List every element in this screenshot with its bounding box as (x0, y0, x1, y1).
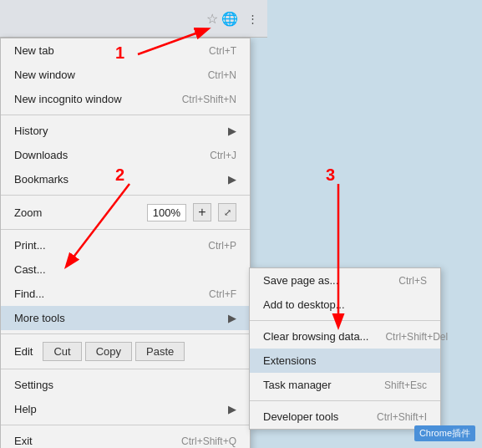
divider-6 (1, 425, 250, 425)
menu-item-bookmarks[interactable]: Bookmarks ▶ (1, 167, 250, 191)
menu-item-print[interactable]: Print... Ctrl+P (1, 233, 250, 257)
divider-2 (1, 195, 250, 196)
divider-4 (1, 333, 250, 334)
submenu-item-add-desktop[interactable]: Add to desktop... (250, 293, 440, 317)
help-arrow: ▶ (228, 403, 236, 415)
zoom-in-button[interactable]: + (193, 203, 211, 221)
divider-5 (1, 369, 250, 369)
menu-item-exit[interactable]: Exit Ctrl+Shift+Q (1, 429, 250, 448)
menu-item-find[interactable]: Find... Ctrl+F (1, 282, 250, 306)
more-tools-arrow: ▶ (228, 312, 236, 324)
browser-toolbar: ☆ 🌐 ⋮ (0, 0, 267, 38)
menu-item-cast[interactable]: Cast... (1, 257, 250, 282)
submenu-item-extensions[interactable]: Extensions (250, 349, 440, 373)
menu-item-downloads[interactable]: Downloads Ctrl+J (1, 143, 250, 167)
watermark: Chrome插件 (414, 425, 475, 441)
bookmark-icon[interactable]: ☆ (206, 11, 218, 27)
submenu-divider-2 (250, 400, 440, 401)
menu-item-incognito[interactable]: New incognito window Ctrl+Shift+N (1, 87, 250, 111)
zoom-fullscreen-button[interactable]: ⤢ (218, 203, 236, 221)
submenu-arrow-bookmarks: ▶ (228, 173, 236, 186)
submenu-item-save-page[interactable]: Save page as... Ctrl+S (250, 268, 440, 293)
edit-label: Edit (14, 345, 33, 358)
submenu-item-developer-tools[interactable]: Developer tools Ctrl+Shift+I (250, 405, 440, 429)
main-dropdown-menu: New tab Ctrl+T New window Ctrl+N New inc… (0, 38, 251, 448)
cut-button[interactable]: Cut (43, 342, 81, 361)
globe-icon: 🌐 (221, 11, 238, 27)
menu-item-more-tools[interactable]: More tools ▶ (1, 306, 250, 330)
menu-item-help[interactable]: Help ▶ (1, 397, 250, 421)
submenu-item-task-manager[interactable]: Task manager Shift+Esc (250, 373, 440, 397)
menu-button[interactable]: ⋮ (245, 11, 261, 27)
menu-item-settings[interactable]: Settings (1, 373, 250, 397)
zoom-label: Zoom (14, 206, 140, 219)
menu-item-new-tab[interactable]: New tab Ctrl+T (1, 38, 250, 63)
menu-item-history[interactable]: History ▶ (1, 119, 250, 143)
zoom-value: 100% (147, 204, 186, 221)
divider-3 (1, 229, 250, 230)
zoom-row: Zoom 100% + ⤢ (1, 199, 250, 226)
edit-row: Edit Cut Copy Paste (1, 338, 250, 365)
submenu-arrow: ▶ (228, 125, 236, 137)
submenu-divider-1 (250, 320, 440, 321)
menu-item-new-window[interactable]: New window Ctrl+N (1, 63, 250, 87)
copy-button[interactable]: Copy (85, 342, 132, 361)
paste-button[interactable]: Paste (135, 342, 185, 361)
more-tools-submenu: Save page as... Ctrl+S Add to desktop...… (249, 267, 441, 430)
divider-1 (1, 115, 250, 115)
submenu-item-clear-browsing[interactable]: Clear browsing data... Ctrl+Shift+Del (250, 324, 440, 349)
